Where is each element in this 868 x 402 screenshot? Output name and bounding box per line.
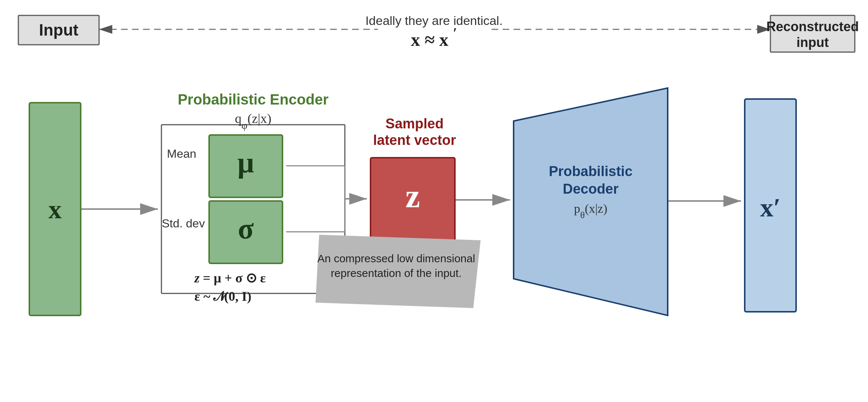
ideally-text: Ideally they are identical.	[365, 14, 503, 28]
main-diagram-svg: Input Reconstructed input Ideally they a…	[0, 0, 868, 402]
prob-encoder-label: Probabilistic Encoder	[178, 91, 328, 107]
x-prime-symbol: x′	[760, 193, 781, 222]
mean-label: Mean	[167, 147, 196, 160]
sampled-label-line1: Sampled	[386, 116, 444, 131]
svg-text:input: input	[796, 35, 829, 50]
sigma-symbol: σ	[238, 212, 254, 245]
compressed-text-2: representation of the input.	[331, 267, 462, 279]
sampled-label-line2: latent vector	[373, 132, 456, 148]
compressed-text-1: An compressed low dimensional	[317, 252, 475, 264]
prob-decoder-label-line2: Decoder	[563, 181, 619, 197]
svg-text:Reconstructed: Reconstructed	[766, 19, 859, 34]
diagram-container: Input Reconstructed input Ideally they a…	[0, 0, 868, 402]
approx-formula: x ≈ x ′	[411, 25, 457, 50]
z-latent-symbol: z	[405, 178, 420, 214]
input-label: Input	[39, 21, 79, 39]
mu-symbol: μ	[237, 146, 254, 179]
x-input-symbol: x	[48, 195, 62, 224]
epsilon-distribution: ε ~ 𝒩(0, I)	[194, 289, 251, 304]
prob-decoder-label-line1: Probabilistic	[549, 164, 632, 179]
z-reparameterization: z = μ + σ ⊙ ε	[194, 271, 266, 285]
std-dev-label: Std. dev	[162, 217, 205, 230]
